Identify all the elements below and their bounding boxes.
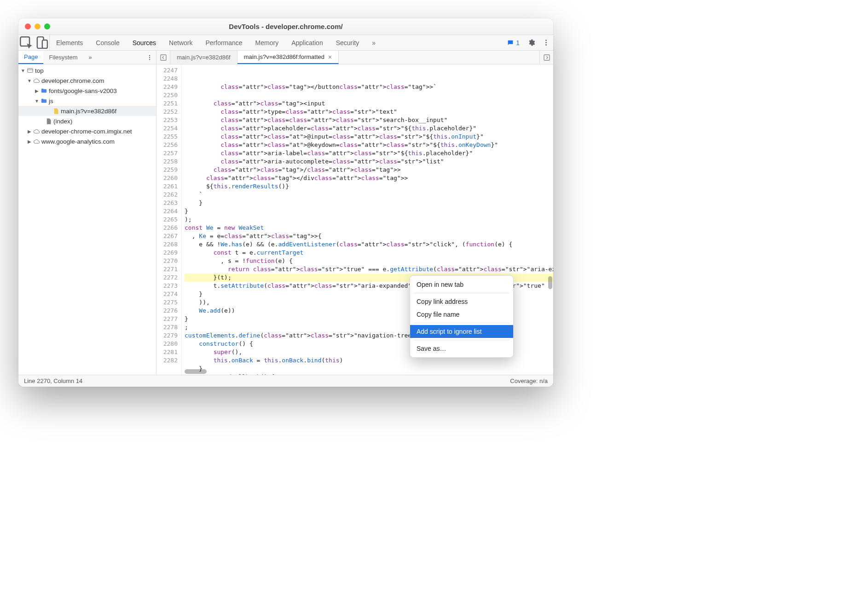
code-line: const We = new WeakSet <box>185 224 553 232</box>
code-line: e && !We.has(e) && (e.addEventListener(c… <box>185 240 553 249</box>
svg-rect-12 <box>544 55 550 60</box>
status-bar: Line 2270, Column 14 Coverage: n/a <box>18 375 553 387</box>
editor-nav-back-icon[interactable] <box>156 51 170 64</box>
sidebar-tab-page[interactable]: Page <box>18 51 43 64</box>
tab-sources[interactable]: Sources <box>126 35 162 50</box>
code-line <box>185 91 553 99</box>
svg-point-5 <box>545 44 547 46</box>
code-line: class="attr">class="tag">/class="attr">c… <box>185 166 553 174</box>
editor-nav-forward-icon[interactable] <box>539 51 553 64</box>
context-menu: Open in new tabCopy link addressCopy fil… <box>410 275 514 358</box>
svg-point-7 <box>149 57 150 58</box>
sidebar-more-icon[interactable] <box>143 51 156 64</box>
status-coverage: Coverage: n/a <box>510 378 548 384</box>
sidebar: Page Filesystem » ▼ top ▼ developer.chro… <box>18 51 156 375</box>
issues-count: 1 <box>516 39 520 46</box>
device-toggle-icon[interactable] <box>34 35 50 50</box>
tree-top[interactable]: ▼ top <box>18 65 156 76</box>
svg-point-6 <box>149 55 150 56</box>
tree-folder-js[interactable]: ▼ js <box>18 96 156 106</box>
file-tree[interactable]: ▼ top ▼ developer.chrome.com ▶ fonts/goo… <box>18 64 156 375</box>
devtools-window: DevTools - developer.chrome.com/ Element… <box>18 18 553 387</box>
svg-rect-11 <box>161 55 166 60</box>
tree-file-index[interactable]: (index) <box>18 116 156 126</box>
editor-tab-main-formatted[interactable]: main.js?v=e382d86f:formatted × <box>237 51 339 64</box>
editor-tab-main[interactable]: main.js?v=e382d86f <box>170 51 237 64</box>
sidebar-tabs-overflow[interactable]: » <box>83 51 98 64</box>
more-icon[interactable] <box>539 39 553 46</box>
vertical-scrollbar[interactable] <box>548 276 552 289</box>
context-item-copy-file-name[interactable]: Copy file name <box>410 308 513 321</box>
tree-file-main-js[interactable]: main.js?v=e382d86f <box>18 106 156 116</box>
sidebar-tabs: Page Filesystem » <box>18 51 156 64</box>
code-line: class="attr">class=class="attr">class="s… <box>185 116 553 124</box>
svg-point-8 <box>149 58 150 59</box>
horizontal-scrollbar[interactable] <box>182 368 553 375</box>
code-line: ` <box>185 191 553 199</box>
tabs-overflow-icon[interactable]: » <box>365 35 382 50</box>
code-line: class="attr">class="at">@keydown=class="… <box>185 141 553 149</box>
tab-security[interactable]: Security <box>330 35 366 50</box>
code-line: class="attr">aria-autocomplete=class="at… <box>185 157 553 166</box>
svg-rect-2 <box>42 40 47 48</box>
tab-application[interactable]: Application <box>285 35 330 50</box>
code-line: class="attr">class="at">@input=class="at… <box>185 133 553 141</box>
context-item-open-in-new-tab[interactable]: Open in new tab <box>410 278 513 291</box>
sidebar-tab-filesystem[interactable]: Filesystem <box>43 51 83 64</box>
tab-elements[interactable]: Elements <box>50 35 89 50</box>
code-line: } <box>185 207 553 215</box>
code-line: ); <box>185 215 553 224</box>
context-item-save-as[interactable]: Save as… <box>410 342 513 355</box>
tab-network[interactable]: Network <box>162 35 199 50</box>
code-line: class="attr">class="tag"></divclass="att… <box>185 174 553 182</box>
svg-point-3 <box>545 40 547 41</box>
tab-performance[interactable]: Performance <box>199 35 249 50</box>
issues-badge[interactable]: 1 <box>503 39 523 46</box>
code-line: , Ke = e=class="attr">class="tag">>{ <box>185 232 553 240</box>
tab-console[interactable]: Console <box>89 35 126 50</box>
inspect-element-icon[interactable] <box>18 35 34 50</box>
code-line: , s = !function(e) { <box>185 257 553 265</box>
tree-origin-developer-chrome[interactable]: ▼ developer.chrome.com <box>18 76 156 86</box>
close-tab-icon[interactable]: × <box>328 53 332 61</box>
code-line: class="attr">class="tag"></buttonclass="… <box>185 83 553 91</box>
context-item-add-script-to-ignore-list[interactable]: Add script to ignore list <box>410 325 513 338</box>
titlebar: DevTools - developer.chrome.com/ <box>18 18 553 35</box>
svg-point-4 <box>545 42 547 43</box>
context-item-copy-link-address[interactable]: Copy link address <box>410 295 513 308</box>
code-line: const t = e.currentTarget <box>185 249 553 257</box>
code-line: class="attr">type=class="attr">class="st… <box>185 108 553 116</box>
tree-folder-fonts[interactable]: ▶ fonts/google-sans-v2003 <box>18 86 156 96</box>
code-line: class="attr">aria-label=class="attr">cla… <box>185 149 553 157</box>
line-gutter: 2247 2248 2249 2250 2251 2252 2253 2254 … <box>156 64 182 375</box>
settings-icon[interactable] <box>524 39 539 46</box>
code-line: return class="attr">class="str">"true" =… <box>185 265 553 273</box>
editor-tabs: main.js?v=e382d86f main.js?v=e382d86f:fo… <box>156 51 553 64</box>
code-line: ${this.renderResults()} <box>185 182 553 191</box>
main-tabs-bar: ElementsConsoleSourcesNetworkPerformance… <box>18 35 553 51</box>
tree-origin-ga[interactable]: ▶ www.google-analytics.com <box>18 136 156 146</box>
tab-memory[interactable]: Memory <box>249 35 285 50</box>
code-line: } <box>185 199 553 207</box>
code-line: class="attr">class="tag"><input <box>185 99 553 108</box>
window-title: DevTools - developer.chrome.com/ <box>18 23 553 30</box>
svg-rect-9 <box>27 68 32 72</box>
code-line: class="attr">placeholder=class="attr">cl… <box>185 124 553 133</box>
status-position: Line 2270, Column 14 <box>24 378 82 384</box>
tree-origin-imgix[interactable]: ▶ developer-chrome-com.imgix.net <box>18 126 156 136</box>
